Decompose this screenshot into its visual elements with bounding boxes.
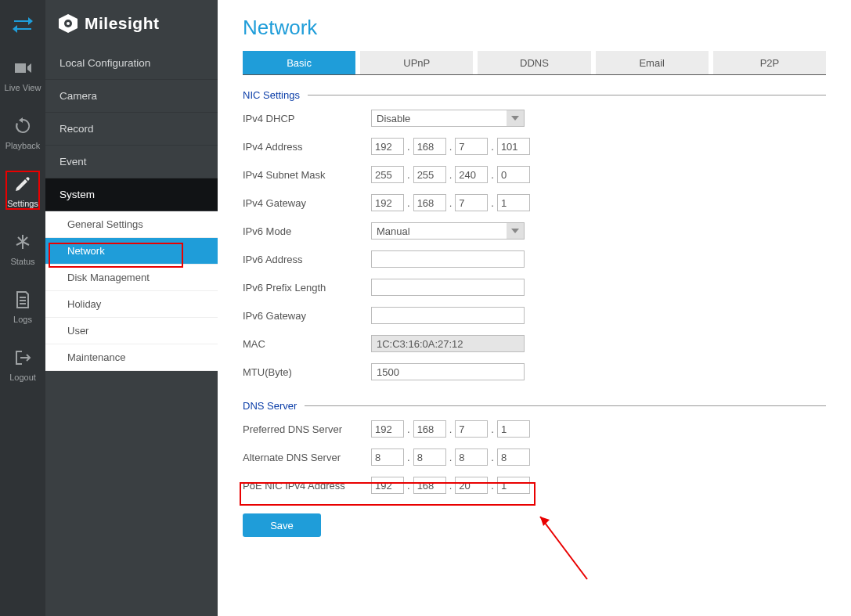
brand: Milesight bbox=[45, 0, 218, 47]
rail-swap[interactable] bbox=[0, 14, 45, 34]
rail-status[interactable]: Status bbox=[0, 232, 45, 266]
svg-point-1 bbox=[67, 22, 70, 25]
page-title: Network bbox=[243, 16, 826, 40]
ipv6-address-input[interactable] bbox=[371, 250, 525, 268]
tab-email[interactable]: Email bbox=[596, 51, 709, 74]
sidebar-sub-maintenance[interactable]: Maintenance bbox=[45, 344, 218, 371]
dns-pref-1[interactable] bbox=[371, 420, 404, 438]
sidebar-item-local-config[interactable]: Local Configuration bbox=[45, 47, 218, 80]
logs-icon bbox=[13, 290, 33, 310]
sidebar: Milesight Local Configuration Camera Rec… bbox=[45, 0, 218, 616]
rail-playback[interactable]: Playback bbox=[0, 116, 45, 150]
poe-nic-1[interactable] bbox=[371, 477, 404, 494]
row-ipv6-prefix: IPv6 Prefix Length bbox=[243, 273, 826, 301]
logout-icon bbox=[13, 348, 33, 368]
poe-nic-4[interactable] bbox=[497, 477, 530, 494]
tab-upnp[interactable]: UPnP bbox=[360, 51, 473, 74]
section-dns: DNS Server bbox=[243, 400, 826, 412]
mtu-input[interactable] bbox=[371, 363, 525, 380]
swap-icon bbox=[13, 14, 33, 34]
sidebar-item-system[interactable]: System bbox=[45, 178, 218, 211]
poe-nic-3[interactable] bbox=[455, 477, 488, 494]
rail-label: Settings bbox=[7, 199, 38, 208]
ipv4-addr-4[interactable] bbox=[497, 138, 530, 155]
tab-p2p[interactable]: P2P bbox=[713, 51, 826, 74]
sidebar-sub-user[interactable]: User bbox=[45, 318, 218, 344]
poe-nic-2[interactable] bbox=[413, 477, 446, 494]
tab-ddns[interactable]: DDNS bbox=[478, 51, 590, 74]
sidebar-item-event[interactable]: Event bbox=[45, 146, 218, 178]
sidebar-sub-disk[interactable]: Disk Management bbox=[45, 265, 218, 291]
row-dns-pref: Preferred DNS Server . . . bbox=[243, 415, 826, 443]
settings-icon bbox=[13, 174, 33, 194]
ipv4-gw-2[interactable] bbox=[413, 194, 446, 211]
sidebar-sub-general[interactable]: General Settings bbox=[45, 211, 218, 238]
brand-logo-icon bbox=[58, 13, 78, 34]
dns-pref-3[interactable] bbox=[455, 420, 488, 438]
dns-alt-2[interactable] bbox=[413, 448, 446, 466]
rail-label: Status bbox=[10, 257, 34, 266]
rail-live-view[interactable]: Live View bbox=[0, 58, 45, 92]
brand-text: Milesight bbox=[85, 14, 160, 33]
ipv4-mask-3[interactable] bbox=[455, 166, 488, 183]
row-mtu: MTU(Byte) bbox=[243, 358, 826, 386]
camera-icon bbox=[13, 58, 33, 78]
chevron-down-icon bbox=[507, 223, 524, 239]
chevron-down-icon bbox=[507, 110, 524, 126]
sidebar-item-record[interactable]: Record bbox=[45, 113, 218, 146]
sidebar-item-camera[interactable]: Camera bbox=[45, 80, 218, 113]
mac-input bbox=[371, 335, 525, 352]
rail-label: Live View bbox=[5, 83, 41, 92]
dns-alt-3[interactable] bbox=[455, 448, 488, 466]
row-ipv6-gw: IPv6 Gateway bbox=[243, 301, 826, 330]
row-dns-alt: Alternate DNS Server . . . bbox=[243, 443, 826, 471]
ipv4-addr-1[interactable] bbox=[371, 138, 404, 155]
status-icon bbox=[13, 232, 33, 252]
sidebar-sub-holiday[interactable]: Holiday bbox=[45, 291, 218, 318]
ipv4-dhcp-select[interactable]: Disable bbox=[371, 110, 525, 127]
ipv4-mask-1[interactable] bbox=[371, 166, 404, 183]
row-ipv4-mask: IPv4 Subnet Mask . . . bbox=[243, 160, 826, 189]
ipv4-gw-1[interactable] bbox=[371, 194, 404, 211]
ipv6-gw-input[interactable] bbox=[371, 307, 525, 324]
row-ipv4-address: IPv4 Address . . . bbox=[243, 132, 826, 160]
ipv4-addr-3[interactable] bbox=[455, 138, 488, 155]
ipv4-gw-3[interactable] bbox=[455, 194, 488, 211]
row-poe-nic: PoE NIC IPv4 Address . . . bbox=[243, 471, 826, 499]
icon-rail: Live View Playback Settings Status Logs … bbox=[0, 0, 45, 616]
rail-label: Playback bbox=[5, 141, 41, 150]
row-ipv4-dhcp: IPv4 DHCP Disable bbox=[243, 104, 826, 132]
main-content: Network Basic UPnP DDNS Email P2P NIC Se… bbox=[218, 0, 851, 616]
row-mac: MAC bbox=[243, 330, 826, 358]
row-ipv6-address: IPv6 Address bbox=[243, 245, 826, 273]
ipv6-mode-select[interactable]: Manual bbox=[371, 222, 525, 240]
save-button[interactable]: Save bbox=[243, 513, 321, 537]
ipv6-prefix-input[interactable] bbox=[371, 279, 525, 296]
ipv4-mask-2[interactable] bbox=[413, 166, 446, 183]
sidebar-sub-network[interactable]: Network bbox=[45, 238, 218, 265]
row-ipv6-mode: IPv6 Mode Manual bbox=[243, 217, 826, 245]
ipv4-gw-4[interactable] bbox=[497, 194, 530, 211]
dns-pref-4[interactable] bbox=[497, 420, 530, 438]
ipv4-mask-4[interactable] bbox=[497, 166, 530, 183]
row-ipv4-gw: IPv4 Gateway . . . bbox=[243, 189, 826, 217]
tabs: Basic UPnP DDNS Email P2P bbox=[243, 51, 826, 75]
rail-logout[interactable]: Logout bbox=[0, 348, 45, 382]
playback-icon bbox=[13, 116, 33, 136]
rail-label: Logout bbox=[9, 373, 36, 382]
rail-label: Logs bbox=[13, 315, 32, 324]
tab-basic[interactable]: Basic bbox=[243, 51, 355, 74]
rail-settings[interactable]: Settings bbox=[0, 174, 45, 208]
dns-pref-2[interactable] bbox=[413, 420, 446, 438]
dns-alt-1[interactable] bbox=[371, 448, 404, 466]
rail-logs[interactable]: Logs bbox=[0, 290, 45, 324]
section-nic: NIC Settings bbox=[243, 89, 826, 101]
dns-alt-4[interactable] bbox=[497, 448, 530, 466]
ipv4-addr-2[interactable] bbox=[413, 138, 446, 155]
